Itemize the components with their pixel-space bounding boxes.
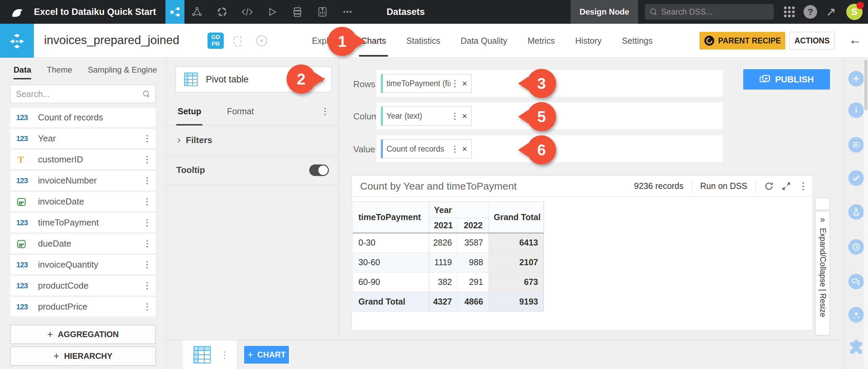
publish-button[interactable]: PUBLISH: [743, 69, 830, 90]
tooltip-toggle[interactable]: [309, 164, 329, 176]
gdpr-line1: GD: [211, 34, 220, 41]
lab-notebooks-icon[interactable]: [184, 0, 210, 24]
design-node-button[interactable]: Design Node: [571, 0, 638, 24]
add-chart-button[interactable]: + CHART: [244, 346, 289, 364]
run-icon[interactable]: [260, 0, 285, 24]
sidebar-tab-sampling[interactable]: Sampling & Engine: [88, 58, 157, 82]
pill-menu-icon[interactable]: [451, 78, 457, 89]
pill-menu-icon[interactable]: [451, 144, 457, 154]
row-label: 30-60: [353, 253, 429, 272]
chart-title: Count by Year and timeToPayment: [360, 180, 634, 192]
field-label: productCode: [38, 280, 143, 291]
top-navbar: Excel to Dataiku Quick Start Datasets De…: [0, 0, 868, 24]
flow-icon[interactable]: [165, 0, 184, 24]
page-scrollbar[interactable]: [864, 58, 868, 368]
row-total-value: 673: [489, 272, 544, 292]
field-item-year[interactable]: 123 Year: [10, 129, 156, 148]
field-menu-icon[interactable]: [143, 154, 150, 165]
field-menu-icon[interactable]: [143, 133, 150, 144]
lab-icon[interactable]: [848, 204, 864, 220]
collapse-panel-arrow-icon[interactable]: ←: [849, 33, 862, 47]
details-icon[interactable]: [848, 137, 864, 153]
chart-options-menu-icon[interactable]: [321, 106, 328, 117]
field-item-productprice[interactable]: 123 productPrice: [10, 297, 156, 316]
chart-menu-icon[interactable]: [798, 180, 805, 192]
timer-status-icon[interactable]: [255, 34, 269, 49]
add-hierarchy-button[interactable]: + HIERARCHY: [10, 347, 156, 366]
plugins-puzzle-icon[interactable]: [848, 339, 864, 354]
tab-history[interactable]: History: [575, 24, 602, 58]
tab-format[interactable]: Format: [227, 98, 254, 125]
user-avatar[interactable]: S: [846, 4, 863, 20]
parent-recipe-button[interactable]: PARENT RECIPE: [699, 32, 785, 50]
discussions-icon[interactable]: [848, 274, 864, 289]
field-menu-icon[interactable]: [143, 217, 150, 228]
refresh-icon[interactable]: [764, 181, 774, 191]
more-menu-icon[interactable]: [335, 0, 360, 24]
remove-pill-icon[interactable]: ×: [462, 144, 467, 154]
ai-assistant-icon[interactable]: [848, 307, 864, 323]
remove-pill-icon[interactable]: ×: [462, 78, 467, 89]
add-icon[interactable]: [848, 71, 864, 86]
expand-collapse-strip[interactable]: » Expand/Collapse | Resize: [815, 211, 830, 335]
value-measure-pill[interactable]: Count of records ×: [381, 139, 472, 158]
columns-dimension-pill[interactable]: Year (text) ×: [381, 106, 472, 125]
field-menu-icon[interactable]: [143, 238, 150, 249]
checks-icon[interactable]: [848, 170, 864, 186]
rows-dimension-pill[interactable]: timeToPayment (fixed ... ×: [381, 74, 472, 93]
field-item-invoicedate[interactable]: invoiceDate: [10, 192, 156, 211]
thumbnail-menu-icon[interactable]: [220, 350, 227, 360]
fullscreen-icon[interactable]: [782, 181, 791, 191]
field-search-box[interactable]: [10, 85, 156, 103]
filters-section[interactable]: Filters: [166, 125, 339, 155]
tab-metrics[interactable]: Metrics: [528, 24, 555, 58]
dataiku-logo-icon[interactable]: [0, 0, 34, 24]
automation-icon[interactable]: [285, 0, 310, 24]
scrollbar-thumb[interactable]: [864, 60, 867, 111]
activity-trend-icon[interactable]: ↗: [826, 5, 836, 19]
field-item-duedate[interactable]: dueDate: [10, 234, 156, 253]
field-item-customerid[interactable]: T customerID: [10, 150, 156, 169]
pill-menu-icon[interactable]: [451, 111, 457, 121]
chevron-right-icon: [176, 138, 180, 142]
help-icon[interactable]: ?: [804, 5, 817, 19]
field-menu-icon[interactable]: [143, 175, 150, 186]
field-item-productcode[interactable]: 123 productCode: [10, 276, 156, 295]
field-menu-icon[interactable]: [143, 196, 150, 207]
field-menu-icon[interactable]: [143, 259, 150, 270]
field-menu-icon[interactable]: [143, 280, 150, 291]
dataset-icon[interactable]: [0, 24, 34, 58]
code-icon[interactable]: [235, 0, 260, 24]
field-item-invoicenumber[interactable]: 123 invoiceNumber: [10, 171, 156, 190]
field-search-input[interactable]: [16, 89, 143, 99]
copy-dataset-icon[interactable]: [232, 34, 245, 50]
double-chevron-icon: »: [820, 214, 825, 225]
dss-search-input[interactable]: [661, 7, 763, 17]
tab-settings[interactable]: Settings: [622, 24, 652, 58]
tab-setup[interactable]: Setup: [178, 98, 201, 125]
chart-thumbnail-tile[interactable]: [183, 340, 237, 369]
run-on-dss-button[interactable]: Run on DSS: [700, 181, 747, 191]
field-menu-icon[interactable]: [143, 302, 150, 312]
apps-grid-icon[interactable]: [784, 6, 795, 17]
tab-statistics[interactable]: Statistics: [406, 24, 440, 58]
info-icon[interactable]: [848, 102, 864, 118]
tab-data-quality[interactable]: Data Quality: [460, 24, 507, 58]
field-item-invoicequantity[interactable]: 123 invoiceQuantity: [10, 255, 156, 274]
dss-search-box[interactable]: [645, 4, 774, 20]
sidebar-tab-data[interactable]: Data: [14, 58, 31, 82]
sidebar-tab-theme[interactable]: Theme: [47, 58, 72, 82]
add-aggregation-button[interactable]: + AGGREGATION: [10, 325, 156, 344]
gdpr-badge[interactable]: GD PR: [208, 33, 224, 49]
dashboards-icon[interactable]: [310, 0, 335, 24]
jobs-icon[interactable]: [210, 0, 235, 24]
field-item-count-of-records[interactable]: 123 Count of records: [10, 108, 156, 127]
numeric-type-icon: 123: [16, 281, 38, 290]
field-item-timetopayment[interactable]: 123 timeToPayment: [10, 213, 156, 232]
actions-button[interactable]: ACTIONS: [789, 32, 835, 50]
history-clock-icon[interactable]: [848, 239, 864, 255]
project-title[interactable]: Excel to Dataiku Quick Start: [34, 7, 156, 17]
record-count: 9236 records: [634, 181, 684, 191]
remove-pill-icon[interactable]: ×: [462, 111, 467, 121]
field-label: Count of records: [38, 112, 150, 123]
